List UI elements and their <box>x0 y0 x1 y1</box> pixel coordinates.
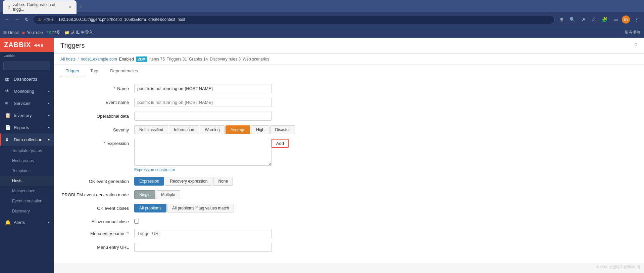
sidebar-sub-hosts[interactable]: Hosts <box>0 176 54 186</box>
screen-reader-btn[interactable]: ⊞ <box>557 15 565 24</box>
bookmarks-bar: ✉ Gmail ▶ YouTube 🗺 地图 📁 从 IE 中导入 所有书签 <box>0 27 644 38</box>
breadcrumb-all-hosts[interactable]: All hosts <box>60 57 76 62</box>
back-btn[interactable]: ← <box>3 15 11 24</box>
ok-event-expression[interactable]: Expression <box>134 177 164 186</box>
sidebar-sub-templates[interactable]: Templates <box>0 166 54 176</box>
problem-event-single[interactable]: Single <box>134 190 155 199</box>
menu-entry-name-label-text: Menu entry name <box>90 231 124 236</box>
help-btn[interactable]: ? <box>634 43 637 49</box>
expression-container: Add Expression constructor <box>134 139 272 172</box>
address-bar[interactable]: ⚠ 不安全 | 192.168.200.10/triggers.php?host… <box>33 15 555 24</box>
menu-entry-name-help[interactable]: ? <box>127 232 129 236</box>
bookmark-ie-label: 从 IE 中导入 <box>71 30 93 35</box>
expression-constructor-link[interactable]: Expression constructor <box>134 167 175 172</box>
expression-textarea[interactable] <box>134 139 272 166</box>
sidebar-sub-discovery[interactable]: Discovery <box>0 206 54 216</box>
search-btn[interactable]: 🔍 <box>567 15 577 24</box>
active-tab[interactable]: Z zabbix: Configuration of trigg... × <box>3 0 77 14</box>
forward-btn[interactable]: → <box>13 15 21 24</box>
menu-btn[interactable]: ⋮ <box>632 15 641 24</box>
new-tab-btn[interactable]: + <box>77 2 86 12</box>
breadcrumb-host[interactable]: node1.example.com <box>81 57 117 62</box>
bookmark-btn[interactable]: ☆ <box>589 15 598 24</box>
sidebar-sub-event-correlation[interactable]: Event correlation <box>0 196 54 206</box>
search-input[interactable] <box>3 62 50 70</box>
event-name-label: Event name <box>60 98 134 105</box>
ok-closes-all[interactable]: All problems <box>134 204 166 212</box>
problem-event-group: Single Multiple <box>134 190 180 199</box>
event-name-input[interactable] <box>134 98 272 107</box>
breadcrumb-triggers[interactable]: Triggers 31 <box>167 57 187 62</box>
name-label-text: Name <box>117 86 129 91</box>
tab-bar: Trigger Tags Dependencies <box>54 65 644 77</box>
name-input[interactable] <box>134 84 272 93</box>
sev-information[interactable]: Information <box>169 125 199 134</box>
sev-high[interactable]: High <box>251 125 269 134</box>
logo-icons: ◀◀ ▮ <box>34 43 43 47</box>
add-expression-btn[interactable]: Add <box>271 139 289 148</box>
tab-close-btn[interactable]: × <box>69 5 71 9</box>
bookmark-ie-import[interactable]: 📁 从 IE 中导入 <box>64 30 93 35</box>
severity-group: Not classified Information Warning Avera… <box>134 125 295 134</box>
sidebar-brand: zabbix <box>0 52 54 59</box>
refresh-btn[interactable]: ↻ <box>23 15 30 24</box>
sidebar-item-reports[interactable]: 📄 Reports ▾ <box>0 121 54 133</box>
browser-chrome: Z zabbix: Configuration of trigg... × + … <box>0 0 644 38</box>
tab-dependencies[interactable]: Dependencies <box>105 65 143 77</box>
ok-event-none[interactable]: None <box>213 177 233 186</box>
problem-event-multiple[interactable]: Multiple <box>156 190 180 199</box>
app-container: ZABBIX ◀◀ ▮ zabbix ▦ Dashboards 👁 Monito… <box>0 38 644 273</box>
breadcrumb-items[interactable]: Items 75 <box>149 57 165 62</box>
form-row-ok-closes: OK event closes All problems All problem… <box>60 204 637 212</box>
services-icon: ≡ <box>5 101 11 106</box>
bookmark-map-label: 地图 <box>52 30 60 35</box>
sidebar-sub-host-groups[interactable]: Host groups <box>0 156 54 166</box>
tab-tags[interactable]: Tags <box>85 65 105 77</box>
expression-label: * Expression <box>60 139 134 146</box>
sev-average[interactable]: Average <box>226 125 250 134</box>
sidebar-item-data-collection-label: Data collection <box>14 137 42 142</box>
bookmark-map[interactable]: 🗺 地图 <box>47 30 60 35</box>
sidebar-item-monitoring[interactable]: 👁 Monitoring ▾ <box>0 85 54 97</box>
form-row-severity: Severity Not classified Information Warn… <box>60 125 637 134</box>
breadcrumb-web-scenarios[interactable]: Web scenarios <box>243 57 269 62</box>
sidebar-item-alerts[interactable]: 🔔 Alerts ▾ <box>0 216 54 228</box>
form-area: * Name Event name Operational data Sever… <box>54 77 644 263</box>
sidebar-sub-maintenance[interactable]: Maintenance <box>0 186 54 196</box>
zbx-badge: ZBX <box>136 56 147 62</box>
breadcrumb-sep1: / <box>78 57 79 62</box>
folder-icon: 📁 <box>64 30 69 35</box>
share-btn[interactable]: ↗ <box>579 15 587 24</box>
sev-disaster[interactable]: Disaster <box>270 125 295 134</box>
tab-favicon: Z <box>8 5 10 9</box>
sidebar-toggle-btn[interactable]: ▭ <box>611 15 620 24</box>
sidebar-item-services[interactable]: ≡ Services ▾ <box>0 97 54 109</box>
menu-entry-url-input[interactable] <box>134 243 272 252</box>
menu-entry-name-input[interactable] <box>134 229 272 238</box>
profile-btn[interactable]: m <box>622 15 630 24</box>
ok-closes-tag[interactable]: All problems if tag values match <box>167 204 234 212</box>
bookmark-gmail[interactable]: ✉ Gmail <box>3 30 18 35</box>
breadcrumb-graphs[interactable]: Graphs 14 <box>189 57 208 62</box>
logo-text: ZABBIX <box>4 41 31 49</box>
sidebar-item-data-collection[interactable]: ⬇ Data collection ▾ <box>0 133 54 146</box>
data-collection-icon: ⬇ <box>5 137 11 142</box>
operational-data-input[interactable] <box>134 112 272 121</box>
form-row-problem-event: PROBLEM event generation mode Single Mul… <box>60 190 637 199</box>
sidebar-item-inventory[interactable]: 📋 Inventory ▾ <box>0 109 54 121</box>
sev-not-classified[interactable]: Not classified <box>134 125 168 134</box>
form-row-operational-data: Operational data <box>60 112 637 121</box>
bookmarks-right[interactable]: 所有书签 <box>625 30 641 35</box>
ok-event-recovery[interactable]: Recovery expression <box>165 177 212 186</box>
sidebar-item-dashboards[interactable]: ▦ Dashboards <box>0 73 54 85</box>
operational-data-label: Operational data <box>60 112 134 119</box>
bookmark-youtube[interactable]: ▶ YouTube <box>22 30 43 35</box>
sev-warning[interactable]: Warning <box>200 125 225 134</box>
allow-manual-close-checkbox[interactable] <box>134 219 139 224</box>
expression-required: * <box>104 141 105 146</box>
breadcrumb-discovery-rules[interactable]: Discovery rules 3 <box>210 57 241 62</box>
tab-trigger[interactable]: Trigger <box>60 65 85 77</box>
sidebar-sub-template-groups[interactable]: Template groups <box>0 146 54 156</box>
extension-btn[interactable]: 🧩 <box>600 15 609 24</box>
reports-icon: 📄 <box>5 125 11 130</box>
